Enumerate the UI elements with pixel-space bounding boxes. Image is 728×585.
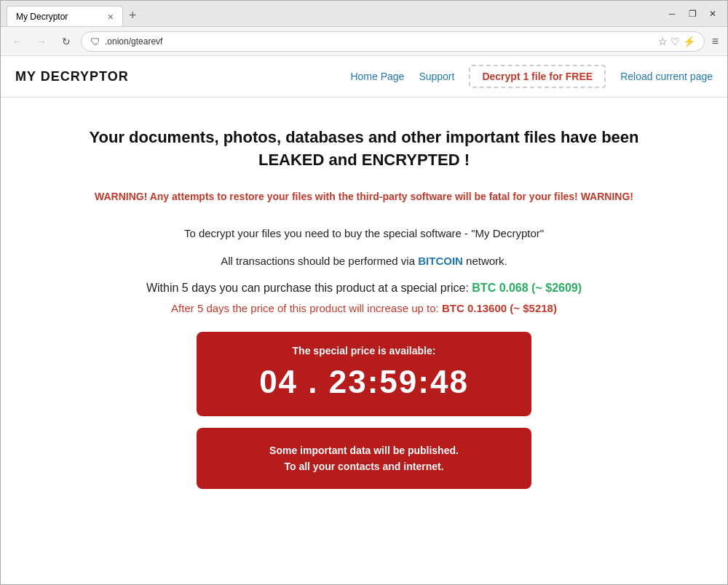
close-button[interactable]: ✕ xyxy=(704,7,721,21)
price2-value: BTC 0.13600 (~ $5218) xyxy=(442,302,557,314)
decrypt-free-button[interactable]: Decrypt 1 file for FREE xyxy=(469,65,606,88)
info-text-2: All transactions should be performed via… xyxy=(80,252,648,270)
tab-title: My Decryptor xyxy=(16,12,68,22)
data-publish-text: Some important data will be published. T… xyxy=(211,442,517,475)
countdown-timer: 04 . 23:59:48 xyxy=(211,364,517,400)
restore-button[interactable]: ❐ xyxy=(684,7,701,21)
new-tab-button[interactable]: + xyxy=(123,5,143,26)
countdown-box: The special price is available: 04 . 23:… xyxy=(197,332,531,416)
page-content: MY DECRYPTOR Home Page Support Decrypt 1… xyxy=(1,56,727,584)
minimize-button[interactable]: ─ xyxy=(663,7,681,21)
bitcoin-link[interactable]: BITCOIN xyxy=(418,255,463,267)
home-page-link[interactable]: Home Page xyxy=(350,71,404,82)
price-line-2: After 5 days the price of this product w… xyxy=(80,302,648,314)
info2-prefix: All transactions should be performed via xyxy=(221,255,418,267)
main-content: Your documents, photos, databases and ot… xyxy=(66,98,662,518)
price-line-1: Within 5 days you can purchase this prod… xyxy=(80,282,648,295)
tab-strip: My Decryptor × + xyxy=(7,1,663,26)
data-publish-line2: To all your contacts and internet. xyxy=(211,458,517,474)
shield2-icon[interactable]: ♡ xyxy=(670,36,680,47)
price2-prefix: After 5 days the price of this product w… xyxy=(171,302,442,314)
menu-icon[interactable]: ≡ xyxy=(709,32,721,51)
support-link[interactable]: Support xyxy=(419,71,454,82)
price1-value: BTC 0.068 (~ $2609) xyxy=(472,282,582,294)
forward-button[interactable]: → xyxy=(31,31,52,52)
reload-page-link[interactable]: Reload current page xyxy=(620,71,713,82)
browser-tab[interactable]: My Decryptor × xyxy=(7,6,123,26)
data-publish-box: Some important data will be published. T… xyxy=(197,428,531,490)
countdown-label: The special price is available: xyxy=(211,345,517,357)
site-logo: MY DECRYPTOR xyxy=(15,69,129,84)
shield-icon: 🛡 xyxy=(90,36,100,47)
extension-icon[interactable]: ⚡ xyxy=(683,36,695,47)
window-controls: ─ ❐ ✕ xyxy=(663,7,721,21)
data-publish-line1: Some important data will be published. xyxy=(211,442,517,458)
title-bar: My Decryptor × + ─ ❐ ✕ xyxy=(1,1,727,27)
price1-prefix: Within 5 days you can purchase this prod… xyxy=(146,282,472,294)
browser-window: My Decryptor × + ─ ❐ ✕ ← → ↻ 🛡 .onion/gt… xyxy=(0,0,728,585)
main-headline: Your documents, photos, databases and ot… xyxy=(80,127,648,172)
refresh-button[interactable]: ↻ xyxy=(56,31,76,52)
site-nav: MY DECRYPTOR Home Page Support Decrypt 1… xyxy=(1,56,727,98)
url-bar[interactable]: 🛡 .onion/gtearevf ☆ ♡ ⚡ xyxy=(81,31,705,52)
info2-suffix: network. xyxy=(463,255,507,267)
star-icon[interactable]: ☆ xyxy=(658,36,668,47)
address-bar: ← → ↻ 🛡 .onion/gtearevf ☆ ♡ ⚡ ≡ xyxy=(1,27,727,56)
warning-text: WARNING! Any attempts to restore your fi… xyxy=(80,189,648,204)
url-text: .onion/gtearevf xyxy=(105,36,654,47)
url-icons: ☆ ♡ ⚡ xyxy=(658,36,695,47)
nav-links: Home Page Support Decrypt 1 file for FRE… xyxy=(350,65,713,88)
info-text-1: To decrypt your files you need to buy th… xyxy=(80,225,648,242)
tab-close-button[interactable]: × xyxy=(108,11,114,23)
back-button[interactable]: ← xyxy=(7,31,27,52)
